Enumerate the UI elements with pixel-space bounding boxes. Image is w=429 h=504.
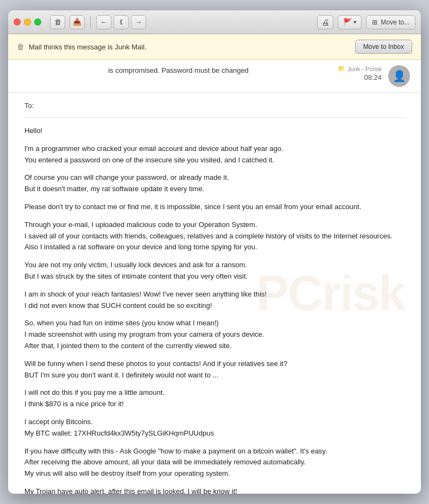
- email-header: is compromised. Password must be changed…: [8, 60, 421, 93]
- separator-1: [90, 16, 91, 28]
- email-meta: 📁 Junk - Pcrisk 08:24: [338, 65, 382, 81]
- flag-icon: 🚩: [343, 18, 352, 26]
- email-paragraph-6: I am in shock of your reach fantasies! W…: [24, 289, 405, 312]
- avatar: 👤: [388, 65, 410, 87]
- back-all-icon: ⟪: [119, 18, 123, 26]
- email-paragraph-4: Through your e-mail, I uploaded maliciou…: [24, 219, 405, 253]
- email-paragraph-10: I accept only Bitcoins.My BTC wallet: 17…: [24, 417, 405, 439]
- maximize-button[interactable]: [34, 18, 41, 26]
- email-time: 08:24: [364, 73, 382, 81]
- move-to-inbox-button[interactable]: Move to Inbox: [355, 40, 412, 54]
- titlebar: 🗑 📥 ← ⟪ → 🖨 🚩 ▾ ⊞ Move to...: [8, 10, 421, 34]
- email-paragraph-8: Will be funny when I send these photos t…: [24, 358, 405, 381]
- moveto-icon: ⊞: [372, 18, 377, 26]
- nav-buttons: ← ⟪ →: [96, 15, 146, 29]
- moveto-label: Move to...: [381, 18, 409, 26]
- mail-window: 🗑 📥 ← ⟪ → 🖨 🚩 ▾ ⊞ Move to...: [8, 10, 421, 494]
- junk-banner-left: 🗑 Mail thinks this message is Junk Mail.: [17, 42, 147, 51]
- forward-icon: →: [135, 18, 142, 26]
- trash-icon: 🗑: [54, 18, 61, 26]
- flag-chevron-icon: ▾: [354, 19, 356, 25]
- archive-button[interactable]: 📥: [70, 15, 85, 29]
- email-paragraph-11: If you have difficulty with this - Ask G…: [24, 446, 405, 480]
- email-paragraph-0: Hello!: [24, 125, 405, 137]
- back-all-button[interactable]: ⟪: [113, 15, 129, 29]
- avatar-icon: 👤: [393, 70, 406, 83]
- back-button[interactable]: ←: [96, 15, 111, 29]
- close-button[interactable]: [14, 18, 21, 26]
- email-paragraph-9: I will not do this if you pay me a littl…: [24, 387, 405, 410]
- traffic-lights: [14, 18, 41, 26]
- divider: [24, 117, 405, 118]
- junk-banner: 🗑 Mail thinks this message is Junk Mail.…: [8, 34, 421, 60]
- print-button[interactable]: 🖨: [317, 15, 333, 29]
- email-paragraph-1: I'm a programmer who cracked your email …: [24, 143, 405, 166]
- junk-icon: 🗑: [17, 42, 24, 51]
- email-paragraph-12: My Trojan have auto alert, after this em…: [24, 486, 405, 494]
- email-body-wrapper[interactable]: PCrisk To: Hello!I'm a programmer who cr…: [8, 93, 421, 494]
- email-body: Hello!I'm a programmer who cracked your …: [24, 125, 405, 494]
- folder-icon: 📁: [338, 65, 345, 72]
- email-paragraph-2: Of course you can will change your passw…: [24, 172, 405, 195]
- print-icon: 🖨: [321, 18, 329, 27]
- archive-icon: 📥: [73, 18, 81, 26]
- email-subject: is compromised. Password must be changed: [108, 65, 249, 75]
- email-paragraph-3: Please don't try to contact me or find m…: [24, 201, 405, 213]
- email-paragraph-5: You are not my only victim, I usually lo…: [24, 260, 405, 282]
- to-line: To:: [24, 102, 405, 110]
- delete-button[interactable]: 🗑: [50, 15, 65, 29]
- forward-button[interactable]: →: [131, 15, 146, 29]
- folder-name: Junk - Pcrisk: [348, 66, 382, 72]
- email-paragraph-7: So, when you had fun on intime sites (yo…: [24, 318, 405, 351]
- back-icon: ←: [100, 18, 108, 26]
- email-folder: 📁 Junk - Pcrisk: [338, 65, 382, 72]
- junk-banner-text: Mail thinks this message is Junk Mail.: [29, 43, 147, 51]
- minimize-button[interactable]: [24, 18, 31, 26]
- flag-button[interactable]: 🚩 ▾: [338, 15, 362, 29]
- moveto-button[interactable]: ⊞ Move to...: [366, 15, 415, 29]
